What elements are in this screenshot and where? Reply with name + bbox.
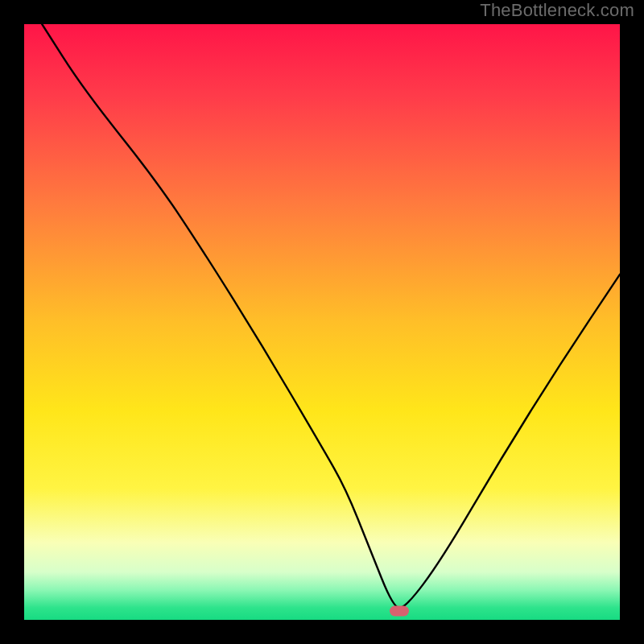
- plot-svg: [24, 24, 620, 620]
- chart-frame: TheBottleneck.com: [0, 0, 644, 644]
- watermark-text: TheBottleneck.com: [480, 0, 634, 21]
- gradient-background: [24, 24, 620, 620]
- optimum-marker: [390, 605, 409, 616]
- plot-area: [24, 24, 620, 620]
